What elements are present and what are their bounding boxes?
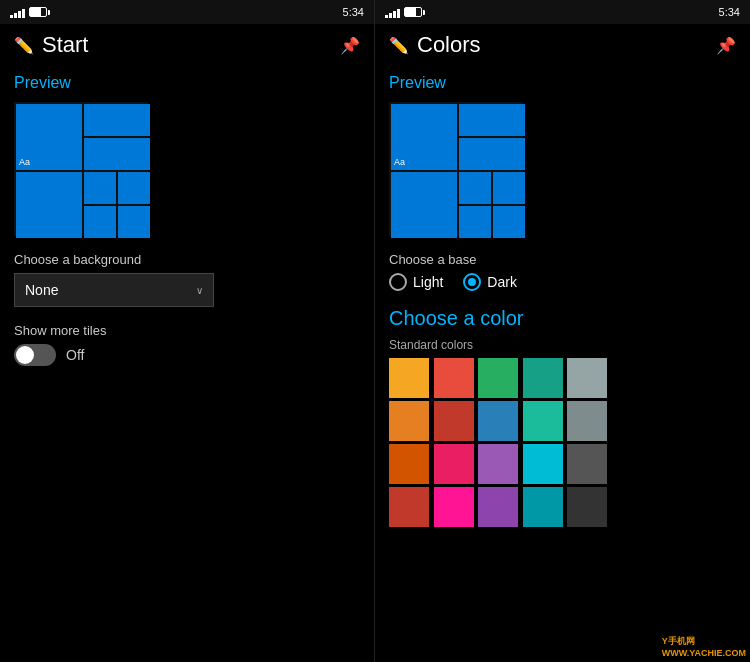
preview-label-right: Preview bbox=[389, 74, 736, 92]
color-swatch-13[interactable] bbox=[523, 444, 563, 484]
colors-header: ✏️ Colors 📌 bbox=[375, 24, 750, 64]
color-swatch-17[interactable] bbox=[478, 487, 518, 527]
color-swatch-14[interactable] bbox=[567, 444, 607, 484]
more-tiles-toggle[interactable] bbox=[14, 344, 56, 366]
color-swatch-2[interactable] bbox=[478, 358, 518, 398]
color-swatch-10[interactable] bbox=[389, 444, 429, 484]
start-panel: 5:34 ✏️ Start 📌 Preview Aa Choose a back… bbox=[0, 0, 375, 662]
status-icons bbox=[10, 6, 47, 18]
status-bar-right: 5:34 bbox=[375, 0, 750, 24]
tile-small-4 bbox=[118, 206, 150, 238]
dropdown-value: None bbox=[25, 282, 58, 298]
colors-page-title: Colors bbox=[417, 32, 481, 58]
tile-s3-right bbox=[459, 206, 491, 238]
tile-small-3 bbox=[84, 206, 116, 238]
tiles-preview-right: Aa bbox=[389, 102, 523, 236]
colors-panel: 5:34 ✏️ Colors 📌 Preview Aa Choose a bas… bbox=[375, 0, 750, 662]
radio-dark-label: Dark bbox=[487, 274, 517, 290]
watermark-line2: WWW.YACHIE.COM bbox=[662, 648, 746, 658]
background-dropdown[interactable]: None ∨ bbox=[14, 273, 214, 307]
toggle-row: Off bbox=[14, 344, 360, 366]
choose-color-title: Choose a color bbox=[389, 307, 736, 330]
tile-bottom-left bbox=[16, 172, 82, 238]
tile-bl-right bbox=[391, 172, 457, 238]
toggle-state-label: Off bbox=[66, 347, 84, 363]
tile-large-right: Aa bbox=[391, 104, 457, 170]
start-header: ✏️ Start 📌 bbox=[0, 24, 374, 64]
tile-aa-label-right: Aa bbox=[394, 157, 405, 167]
color-swatch-1[interactable] bbox=[434, 358, 474, 398]
radio-circle-light bbox=[389, 273, 407, 291]
base-label: Choose a base bbox=[389, 252, 736, 267]
status-icons-right bbox=[385, 6, 422, 18]
color-swatch-15[interactable] bbox=[389, 487, 429, 527]
color-swatch-7[interactable] bbox=[478, 401, 518, 441]
chevron-down-icon: ∨ bbox=[196, 285, 203, 296]
start-content: Preview Aa Choose a background None ∨ Sh… bbox=[0, 64, 374, 662]
color-swatch-16[interactable] bbox=[434, 487, 474, 527]
color-swatch-8[interactable] bbox=[523, 401, 563, 441]
tile-large: Aa bbox=[16, 104, 82, 170]
colors-content: Preview Aa Choose a base Light bbox=[375, 64, 750, 662]
radio-light-label: Light bbox=[413, 274, 443, 290]
more-tiles-label: Show more tiles bbox=[14, 323, 360, 338]
signal-bar-2 bbox=[14, 13, 17, 18]
status-time-right: 5:34 bbox=[719, 6, 740, 18]
color-swatch-19[interactable] bbox=[567, 487, 607, 527]
base-radio-group: Light Dark bbox=[389, 273, 736, 291]
tiles-preview: Aa bbox=[14, 102, 148, 236]
color-swatch-9[interactable] bbox=[567, 401, 607, 441]
tile-tr2-right bbox=[459, 138, 525, 170]
status-time-left: 5:34 bbox=[343, 6, 364, 18]
pin-icon-right[interactable]: 📌 bbox=[716, 36, 736, 55]
color-swatch-6[interactable] bbox=[434, 401, 474, 441]
tile-top-right-2 bbox=[84, 138, 150, 170]
tile-top-right-1 bbox=[84, 104, 150, 136]
color-swatch-0[interactable] bbox=[389, 358, 429, 398]
toggle-thumb bbox=[16, 346, 34, 364]
watermark-line1: Y手机网 bbox=[662, 635, 746, 648]
pin-icon[interactable]: 📌 bbox=[340, 36, 360, 55]
colors-title-row: ✏️ Colors bbox=[389, 32, 481, 58]
tile-tr1-right bbox=[459, 104, 525, 136]
tile-small-2 bbox=[118, 172, 150, 204]
edit-icon[interactable]: ✏️ bbox=[14, 36, 34, 55]
radio-dark[interactable]: Dark bbox=[463, 273, 517, 291]
start-title-row: ✏️ Start bbox=[14, 32, 88, 58]
color-swatch-5[interactable] bbox=[389, 401, 429, 441]
battery-icon-right bbox=[404, 7, 422, 17]
edit-icon-right[interactable]: ✏️ bbox=[389, 36, 409, 55]
tile-s4-right bbox=[493, 206, 525, 238]
signal-icon-right bbox=[385, 6, 400, 18]
radio-dot-dark bbox=[468, 278, 476, 286]
color-swatch-4[interactable] bbox=[567, 358, 607, 398]
watermark: Y手机网 WWW.YACHIE.COM bbox=[662, 635, 746, 658]
tile-aa-label: Aa bbox=[19, 157, 30, 167]
signal-bar-4 bbox=[22, 9, 25, 18]
tile-s1-right bbox=[459, 172, 491, 204]
standard-colors-label: Standard colors bbox=[389, 338, 736, 352]
battery-fill bbox=[30, 8, 41, 16]
tile-small-1 bbox=[84, 172, 116, 204]
signal-icon bbox=[10, 6, 25, 18]
radio-light[interactable]: Light bbox=[389, 273, 443, 291]
color-grid bbox=[389, 358, 609, 527]
start-page-title: Start bbox=[42, 32, 88, 58]
status-bar-left: 5:34 bbox=[0, 0, 374, 24]
background-label: Choose a background bbox=[14, 252, 360, 267]
color-swatch-18[interactable] bbox=[523, 487, 563, 527]
preview-label-left: Preview bbox=[14, 74, 360, 92]
signal-bar-1 bbox=[10, 15, 13, 18]
radio-circle-dark bbox=[463, 273, 481, 291]
color-swatch-3[interactable] bbox=[523, 358, 563, 398]
color-swatch-11[interactable] bbox=[434, 444, 474, 484]
tile-s2-right bbox=[493, 172, 525, 204]
color-swatch-12[interactable] bbox=[478, 444, 518, 484]
signal-bar-3 bbox=[18, 11, 21, 18]
battery-icon bbox=[29, 7, 47, 17]
